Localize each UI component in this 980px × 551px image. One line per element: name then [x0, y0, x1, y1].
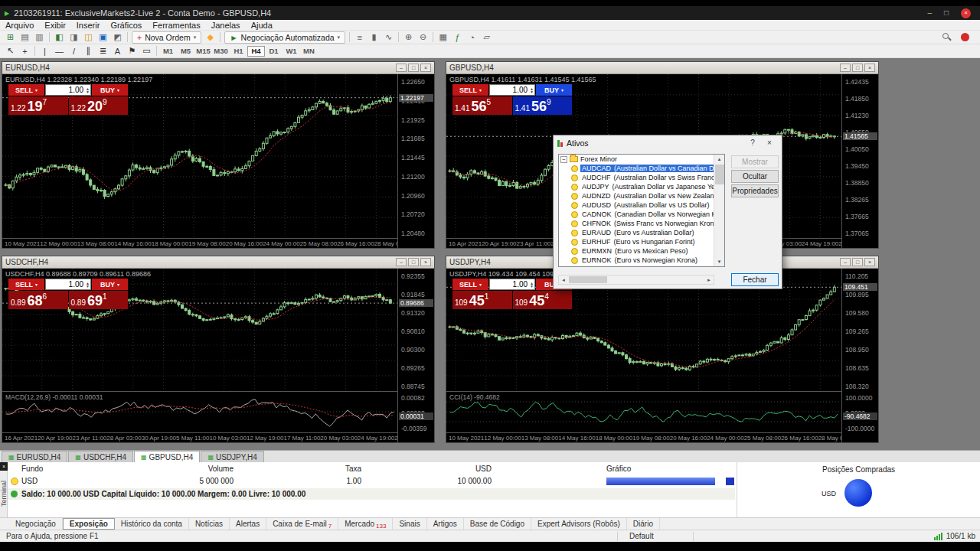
terminal-tab-mercado[interactable]: Mercado133 — [338, 518, 393, 530]
zoom-out-icon[interactable]: ⊖ — [416, 31, 430, 44]
chart-area[interactable]: USDCHF,H4 0.89688 0.89709 0.89611 0.8968… — [2, 269, 434, 442]
chart-close-button[interactable]: × — [864, 258, 875, 266]
time-scale[interactable]: 10 May 202112 May 00:0013 May 08:0014 Ma… — [2, 238, 397, 248]
terminal-tab-exposi-o[interactable]: Exposição — [63, 518, 115, 530]
fibonacci-icon[interactable]: ≣ — [96, 45, 110, 57]
column-grafico[interactable]: Gráfico — [606, 465, 631, 473]
chart-minimize-button[interactable]: – — [840, 258, 851, 266]
symbol-row-eurmxn[interactable]: EURMXN(Euro vs Mexican Peso) — [559, 246, 724, 256]
terminal-tab-expert-advisors-rob-s-[interactable]: Expert Advisors (Robôs) — [531, 518, 627, 530]
chart-close-button[interactable]: × — [420, 64, 431, 72]
crosshair-icon[interactable]: + — [18, 45, 32, 57]
dialog-close-button[interactable]: × — [761, 137, 778, 149]
symbol-row-chfnok[interactable]: CHFNOK(Swiss Franc vs Norwegian Kroner) — [559, 219, 724, 228]
symbol-row-eurnok[interactable]: EURNOK(Euro vs Norwegian Krona) — [559, 256, 724, 265]
maximize-button[interactable]: □ — [944, 9, 949, 17]
search-icon[interactable] — [942, 33, 952, 42]
indicators-icon[interactable]: ƒ — [450, 31, 465, 44]
chart-window-titlebar[interactable]: GBPUSD,H4–□× — [446, 62, 878, 74]
profiles-icon[interactable]: ▤ — [18, 31, 32, 44]
chart-tab-usdchf-h4[interactable]: ▦USDCHF,H4 — [68, 451, 133, 462]
terminal-tab-di-rio[interactable]: Diário — [627, 518, 660, 530]
new-chart-icon[interactable]: ⊞ — [3, 31, 18, 44]
price-scale[interactable]: 110.205109.895109.580109.265108.950108.6… — [841, 269, 878, 442]
volume-spinner[interactable]: ▲▼ — [530, 87, 534, 93]
column-taxa[interactable]: Taxa — [277, 465, 361, 473]
time-scale[interactable]: 10 May 202112 May 00:0013 May 08:0014 Ma… — [446, 432, 841, 442]
chart-area[interactable]: EURUSD,H4 1.22328 1.22340 1.22189 1.2219… — [2, 74, 434, 248]
bars-chart-icon[interactable]: ≡ — [352, 31, 367, 44]
grid-icon[interactable]: ▦ — [436, 31, 450, 44]
timeframe-m1[interactable]: M1 — [159, 46, 177, 57]
hscroll-thumb[interactable] — [569, 276, 607, 283]
text-label-icon[interactable]: A — [110, 45, 125, 57]
data-window-icon[interactable]: ◨ — [67, 31, 81, 44]
channel-icon[interactable]: ∥ — [81, 45, 96, 57]
volume-input[interactable]: 1.00▲▼ — [489, 279, 535, 290]
chart-minimize-button[interactable]: – — [840, 64, 851, 72]
terminal-close-button[interactable]: × — [0, 462, 8, 471]
sell-button[interactable]: SELL▾ — [8, 279, 44, 290]
volume-input[interactable]: 1.00▲▼ — [45, 84, 91, 96]
symbol-row-audchf[interactable]: AUDCHF(Australian Dollar vs Swiss Franc) — [559, 173, 724, 182]
terminal-icon[interactable]: ▣ — [96, 31, 110, 44]
terminal-tab-sinais[interactable]: Sinais — [393, 518, 426, 530]
timeframe-m5[interactable]: M5 — [177, 46, 194, 57]
timeframe-m15[interactable]: M15 — [194, 46, 212, 57]
minimize-button[interactable]: – — [927, 9, 932, 17]
volume-spinner[interactable]: ▲▼ — [86, 282, 90, 288]
scroll-left-arrow-icon[interactable]: ◄ — [559, 278, 568, 282]
symbol-row-eurnzd[interactable]: EURNZD(Euro vs New Zealand Dollar) — [559, 265, 724, 267]
terminal-tab-base-de-c-digo[interactable]: Base de Código — [464, 518, 531, 530]
timeframe-d1[interactable]: D1 — [265, 46, 283, 57]
chart-minimize-button[interactable]: – — [396, 258, 407, 266]
menu-ajuda[interactable]: Ajuda — [246, 21, 278, 30]
symbols-list-hscrollbar[interactable]: ◄ ► — [558, 275, 714, 285]
collapse-icon[interactable]: − — [560, 156, 567, 163]
column-usd[interactable]: USD — [400, 465, 492, 473]
chart-restore-button[interactable]: □ — [408, 258, 419, 266]
market-watch-icon[interactable]: ◧ — [52, 31, 67, 44]
horizontal-line-icon[interactable]: — — [52, 45, 67, 57]
menu-grficos[interactable]: Gráficos — [105, 21, 147, 30]
chart-restore-button[interactable]: □ — [408, 64, 419, 72]
properties-button[interactable]: Propriedades — [731, 184, 779, 197]
chart-restore-button[interactable]: □ — [852, 64, 863, 72]
symbol-row-eurhuf[interactable]: EURHUF(Euro vs Hungarian Forint) — [559, 237, 724, 246]
strategy-tester-icon[interactable]: ◩ — [110, 31, 125, 44]
autotrade-button[interactable]: ►Negociação Automatizada▾ — [224, 31, 345, 44]
time-scale[interactable]: 16 Apr 202120 Apr 19:0023 Apr 11:0028 Ap… — [2, 432, 397, 442]
chart-tab-eurusd-h4[interactable]: ▦EURUSD,H4 — [2, 451, 67, 462]
sell-price[interactable]: 1.41565 — [452, 96, 512, 115]
sell-price[interactable]: 1.22197 — [8, 96, 68, 115]
vertical-line-icon[interactable]: | — [38, 45, 52, 57]
column-volume[interactable]: Volume — [149, 465, 234, 473]
buy-button[interactable]: BUY▾ — [92, 84, 128, 96]
hide-button[interactable]: Ocultar — [731, 170, 779, 183]
metaeditor-icon[interactable]: ◆ — [203, 31, 217, 44]
symbol-row-cadnok[interactable]: CADNOK(Canadian Dollar vs Norwegian Kron… — [559, 210, 724, 219]
scroll-down-arrow-icon[interactable]: ▼ — [714, 257, 724, 266]
timeframe-mn[interactable]: MN — [300, 46, 318, 57]
terminal-tab-not-cias[interactable]: Notícias — [189, 518, 230, 530]
shapes-icon[interactable]: ▭ — [139, 45, 154, 57]
sell-button[interactable]: SELL▾ — [8, 84, 44, 96]
buy-button[interactable]: BUY▾ — [92, 279, 128, 290]
scroll-up-arrow-icon[interactable]: ▲ — [714, 155, 724, 164]
chart-window-titlebar[interactable]: USDCHF,H4–□× — [2, 256, 434, 269]
new-order-button[interactable]: +Nova Ordem▾ — [132, 31, 201, 44]
menu-janelas[interactable]: Janelas — [206, 21, 246, 30]
close-button[interactable]: × — [961, 8, 971, 18]
chart-shift-icon[interactable]: ▥ — [32, 31, 47, 44]
timeframe-w1[interactable]: W1 — [283, 46, 300, 57]
volume-input[interactable]: 1.00▲▼ — [45, 279, 91, 290]
candles-chart-icon[interactable]: ▮ — [367, 31, 381, 44]
vscroll-thumb[interactable] — [715, 165, 724, 184]
chart-restore-button[interactable]: □ — [852, 258, 863, 266]
menu-arquivo[interactable]: Arquivo — [0, 21, 39, 30]
symbol-row-audcad[interactable]: AUDCAD(Australian Dollar vs Canadian Dol… — [559, 164, 724, 173]
navigator-icon[interactable]: ◫ — [81, 31, 96, 44]
volume-spinner[interactable]: ▲▼ — [530, 282, 534, 288]
buy-price[interactable]: 0.89691 — [69, 291, 129, 309]
menu-exibir[interactable]: Exibir — [39, 21, 71, 30]
